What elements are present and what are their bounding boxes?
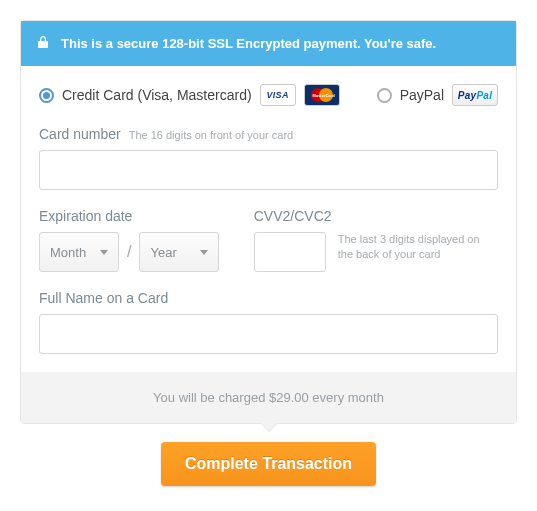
secure-banner: This is a secure 128-bit SSL Encrypted p… <box>21 21 516 66</box>
pointer-icon <box>260 423 278 432</box>
mastercard-icon: MasterCard <box>304 84 340 106</box>
full-name-input[interactable] <box>39 314 498 354</box>
credit-card-label: Credit Card (Visa, Mastercard) <box>62 87 252 103</box>
expiration-year-select[interactable]: Year <box>139 232 219 272</box>
cvv-label: CVV2/CVC2 <box>254 208 332 224</box>
expiration-separator: / <box>127 243 131 261</box>
paypal-label: PayPal <box>400 87 444 103</box>
cvv-field: CVV2/CVC2 The last 3 digits displayed on… <box>254 208 498 272</box>
complete-transaction-button[interactable]: Complete Transaction <box>161 442 376 486</box>
paypal-icon: PayPal <box>452 84 498 106</box>
lock-icon <box>37 35 49 52</box>
expiration-month-select[interactable]: Month <box>39 232 119 272</box>
full-name-label: Full Name on a Card <box>39 290 168 306</box>
credit-card-radio[interactable] <box>39 88 54 103</box>
charge-summary: You will be charged $29.00 every month <box>21 372 516 423</box>
payment-form: This is a secure 128-bit SSL Encrypted p… <box>20 20 517 424</box>
expiration-month-value: Month <box>50 245 86 260</box>
chevron-down-icon <box>200 250 208 255</box>
card-number-input[interactable] <box>39 150 498 190</box>
expiration-label: Expiration date <box>39 208 132 224</box>
visa-icon: VISA <box>260 84 296 106</box>
card-number-hint: The 16 digits on front of your card <box>129 129 293 141</box>
expiration-year-value: Year <box>150 245 176 260</box>
chevron-down-icon <box>100 250 108 255</box>
cta-wrap: Complete Transaction <box>20 442 517 486</box>
cvv-input[interactable] <box>254 232 326 272</box>
form-body: Credit Card (Visa, Mastercard) VISA Mast… <box>21 66 516 354</box>
cvv-hint: The last 3 digits displayed on the back … <box>338 232 488 263</box>
payment-methods: Credit Card (Visa, Mastercard) VISA Mast… <box>39 84 498 106</box>
card-number-label: Card number <box>39 126 121 142</box>
paypal-radio[interactable] <box>377 88 392 103</box>
card-number-field: Card number The 16 digits on front of yo… <box>39 126 498 190</box>
expiration-field: Expiration date Month / Year <box>39 208 230 272</box>
charge-summary-text: You will be charged $29.00 every month <box>153 390 384 405</box>
secure-banner-text: This is a secure 128-bit SSL Encrypted p… <box>61 36 436 51</box>
full-name-field: Full Name on a Card <box>39 290 498 354</box>
